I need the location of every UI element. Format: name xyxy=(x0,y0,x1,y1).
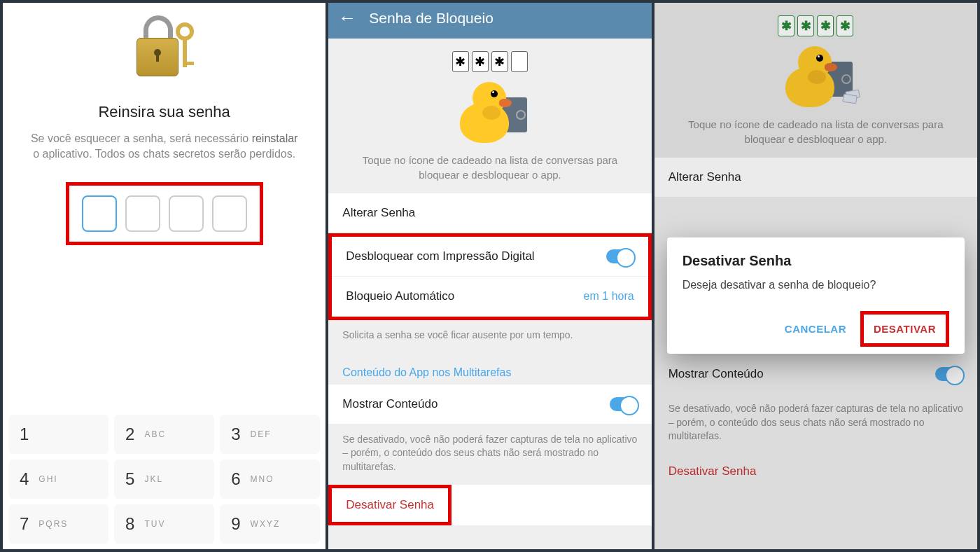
duck-safe-icon xyxy=(451,78,528,144)
show-content-label: Mostrar Conteúdo xyxy=(668,367,764,381)
key-num: 6 xyxy=(231,469,240,489)
passcode-header: Reinsira sua senha Se você esquecer a se… xyxy=(3,3,326,252)
panel-3-disable-dialog: ✱ ✱ ✱ ✱ Toque no ícone de cadeado na lis… xyxy=(654,3,977,549)
pin-digit-1: ✱ xyxy=(778,15,794,36)
multitask-section-title: Conteúdo do App nos Multitarefas xyxy=(328,354,651,385)
back-arrow-icon[interactable]: ← xyxy=(338,7,356,29)
show-content-caption: Se desativado, você não poderá fazer cap… xyxy=(328,425,651,485)
key-num: 5 xyxy=(125,469,134,489)
panel-1-passcode-entry: Reinsira sua senha Se você esquecer a se… xyxy=(3,3,326,549)
pin-box-3[interactable] xyxy=(169,195,204,232)
settings-illustration-area: ✱ ✱ ✱ ✱ Toque no ícone de cadeado na lis… xyxy=(654,3,977,158)
keypad-6[interactable]: 6MNO xyxy=(220,460,320,499)
key-letters: GHI xyxy=(38,474,57,484)
highlighted-settings-block: Desbloquear com Impressão Digital Bloque… xyxy=(328,233,651,320)
duck-safe-icon xyxy=(777,42,854,109)
key-num: 2 xyxy=(125,425,134,444)
disable-passcode-link-highlighted[interactable]: Desativar Senha xyxy=(328,485,451,525)
key-num: 4 xyxy=(20,469,29,489)
pin-digit-3: ✱ xyxy=(817,15,834,36)
lock-and-key-icon xyxy=(133,15,196,82)
panel-2-passcode-settings: ← Senha de Bloqueio ✱ ✱ ✱ Toque no ícone… xyxy=(328,3,651,549)
keypad-7[interactable]: 7PQRS xyxy=(8,504,108,544)
dialog-cancel-button[interactable]: CANCELAR xyxy=(776,316,855,342)
settings-illustration-area: ✱ ✱ ✱ Toque no ícone de cadeado na lista… xyxy=(328,39,651,193)
passcode-title: Reinsira sua senha xyxy=(98,103,230,121)
pin-preview: ✱ ✱ ✱ xyxy=(342,51,637,72)
show-content-caption: Se desativado, você não poderá fazer cap… xyxy=(654,394,977,455)
show-content-label: Mostrar Conteúdo xyxy=(342,397,438,411)
keypad-5[interactable]: 5JKL xyxy=(114,460,214,499)
key-letters: TUV xyxy=(144,519,165,529)
key-num: 9 xyxy=(231,514,240,534)
show-content-toggle[interactable] xyxy=(935,367,963,381)
change-passcode-label: Alterar Senha xyxy=(668,170,741,184)
disable-passcode-link[interactable]: Desativar Senha xyxy=(654,455,977,488)
keypad-3[interactable]: 3DEF xyxy=(220,415,320,454)
key-letters: JKL xyxy=(144,474,163,484)
pin-digit-2: ✱ xyxy=(472,51,489,72)
keypad-1[interactable]: 1 xyxy=(8,415,108,454)
fingerprint-toggle[interactable] xyxy=(606,249,634,263)
keypad-8[interactable]: 8TUV xyxy=(114,504,214,544)
desc-part-a: Se você esquecer a senha, será necessári… xyxy=(31,132,252,144)
keypad-9[interactable]: 9WXYZ xyxy=(220,504,320,544)
key-letters: PQRS xyxy=(38,519,68,529)
change-passcode-row[interactable]: Alterar Senha xyxy=(654,158,977,198)
pin-input-row-highlighted xyxy=(66,182,263,245)
dialog-text: Deseja desativar a senha de bloqueio? xyxy=(682,279,949,291)
disable-passcode-dialog: Desativar Senha Deseja desativar a senha… xyxy=(667,237,965,354)
key-letters: MNO xyxy=(251,474,274,484)
pin-box-2[interactable] xyxy=(125,195,160,232)
change-passcode-row[interactable]: Alterar Senha xyxy=(328,193,651,233)
fingerprint-row[interactable]: Desbloquear com Impressão Digital xyxy=(332,237,648,277)
autolock-label: Bloqueio Automático xyxy=(346,289,454,303)
pin-digit-4 xyxy=(511,51,528,72)
autolock-value: em 1 hora xyxy=(584,290,634,303)
autolock-row[interactable]: Bloqueio Automático em 1 hora xyxy=(332,277,648,317)
pin-digit-1: ✱ xyxy=(452,51,469,72)
autolock-caption: Solicita a senha se você ficar ausente p… xyxy=(328,320,651,354)
keypad-4[interactable]: 4GHI xyxy=(8,460,108,499)
settings-header: ← Senha de Bloqueio xyxy=(328,3,651,39)
pin-digit-2: ✱ xyxy=(797,15,814,36)
dialog-confirm-highlight: DESATIVAR xyxy=(860,311,949,347)
change-passcode-label: Alterar Senha xyxy=(342,206,415,220)
pin-box-4[interactable] xyxy=(212,195,247,232)
show-content-row[interactable]: Mostrar Conteúdo xyxy=(654,354,977,394)
key-num: 3 xyxy=(231,425,240,444)
pin-preview: ✱ ✱ ✱ ✱ xyxy=(668,15,963,36)
settings-description: Toque no ícone de cadeado na lista de co… xyxy=(668,117,963,146)
numeric-keypad: 1 2ABC 3DEF 4GHI 5JKL 6MNO 7PQRS 8TUV 9W… xyxy=(3,409,326,549)
settings-title: Senha de Bloqueio xyxy=(369,10,493,27)
desc-bold: reinstalar xyxy=(252,132,298,144)
keypad-2[interactable]: 2ABC xyxy=(114,415,214,454)
desc-part-b: o aplicativo. Todos os chats secretos se… xyxy=(33,148,295,160)
show-content-row[interactable]: Mostrar Conteúdo xyxy=(328,385,651,425)
three-panel-layout: Reinsira sua senha Se você esquecer a se… xyxy=(0,0,980,552)
disable-passcode-link-wrapper: Desativar Senha xyxy=(328,485,651,525)
fingerprint-label: Desbloquear com Impressão Digital xyxy=(346,249,534,263)
dialog-title: Desativar Senha xyxy=(682,253,949,269)
pin-digit-4: ✱ xyxy=(836,15,853,36)
show-content-toggle[interactable] xyxy=(610,397,638,411)
dialog-confirm-button[interactable]: DESATIVAR xyxy=(865,316,944,342)
dialog-button-row: CANCELAR DESATIVAR xyxy=(682,311,949,347)
key-letters: WXYZ xyxy=(251,519,281,529)
key-num: 1 xyxy=(20,425,29,444)
key-num: 8 xyxy=(125,514,134,534)
pin-digit-3: ✱ xyxy=(491,51,508,72)
key-letters: DEF xyxy=(251,429,272,439)
key-num: 7 xyxy=(20,514,29,534)
key-letters: ABC xyxy=(144,429,166,439)
passcode-description: Se você esquecer a senha, será necessári… xyxy=(17,131,312,163)
pin-box-1[interactable] xyxy=(82,195,117,232)
settings-description: Toque no ícone de cadeado na lista de co… xyxy=(342,153,637,182)
